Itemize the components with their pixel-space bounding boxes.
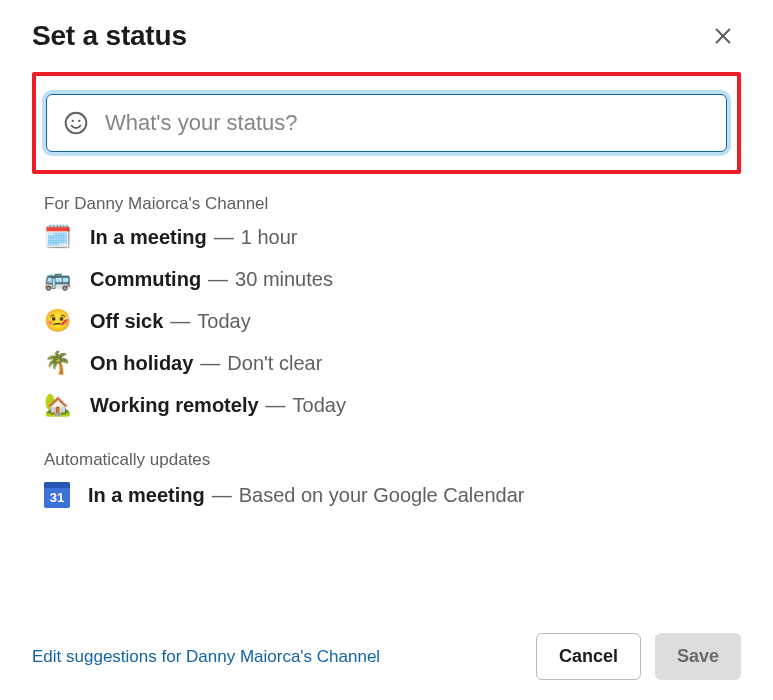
suggestion-duration: Today [197,311,250,331]
auto-item-label: In a meeting [88,485,205,505]
suggestions-section-label: For Danny Maiorca's Channel [32,194,741,214]
separator: — [212,485,232,505]
set-status-dialog: Set a status For Danny Maiorca's Channel [0,0,773,508]
suggestion-label: Commuting [90,269,201,289]
cancel-button[interactable]: Cancel [536,633,641,680]
smiley-icon [63,110,89,136]
separator: — [266,395,286,415]
separator: — [170,311,190,331]
suggestion-label: Working remotely [90,395,259,415]
separator: — [214,227,234,247]
house-emoji-icon: 🏡 [44,394,76,416]
status-input-highlight [32,72,741,174]
suggestion-off-sick[interactable]: 🤒 Off sick — Today [44,310,741,332]
auto-updates-section-label: Automatically updates [32,450,741,470]
auto-item-google-calendar[interactable]: 31 In a meeting — Based on your Google C… [44,482,741,508]
calendar-day-number: 31 [50,491,64,504]
auto-item-description: Based on your Google Calendar [239,485,525,505]
emoji-picker-button[interactable] [63,110,89,136]
separator: — [208,269,228,289]
suggestion-working-remotely[interactable]: 🏡 Working remotely — Today [44,394,741,416]
edit-suggestions-link[interactable]: Edit suggestions for Danny Maiorca's Cha… [32,647,380,667]
separator: — [200,353,220,373]
svg-point-2 [66,113,87,134]
suggestion-label: Off sick [90,311,163,331]
status-input-container[interactable] [46,94,727,152]
bus-emoji-icon: 🚌 [44,268,76,290]
dialog-title: Set a status [32,20,187,52]
sick-emoji-icon: 🤒 [44,310,76,332]
dialog-header: Set a status [32,18,741,54]
auto-updates-list: 31 In a meeting — Based on your Google C… [32,482,741,508]
suggestion-in-a-meeting[interactable]: 🗓️ In a meeting — 1 hour [44,226,741,248]
status-input[interactable] [103,109,710,137]
footer-buttons: Cancel Save [536,633,741,680]
palm-emoji-icon: 🌴 [44,352,76,374]
svg-point-3 [72,120,74,122]
dialog-footer: Edit suggestions for Danny Maiorca's Cha… [0,633,773,680]
suggestion-commuting[interactable]: 🚌 Commuting — 30 minutes [44,268,741,290]
google-calendar-icon: 31 [44,482,70,508]
save-button[interactable]: Save [655,633,741,680]
calendar-emoji-icon: 🗓️ [44,226,76,248]
svg-point-4 [78,120,80,122]
suggestion-label: In a meeting [90,227,207,247]
suggestion-duration: 30 minutes [235,269,333,289]
close-button[interactable] [705,18,741,54]
close-icon [712,25,734,47]
suggestion-duration: Don't clear [227,353,322,373]
suggestion-duration: 1 hour [241,227,298,247]
suggestions-list: 🗓️ In a meeting — 1 hour 🚌 Commuting — 3… [32,226,741,416]
suggestion-on-holiday[interactable]: 🌴 On holiday — Don't clear [44,352,741,374]
suggestion-duration: Today [293,395,346,415]
suggestion-label: On holiday [90,353,193,373]
